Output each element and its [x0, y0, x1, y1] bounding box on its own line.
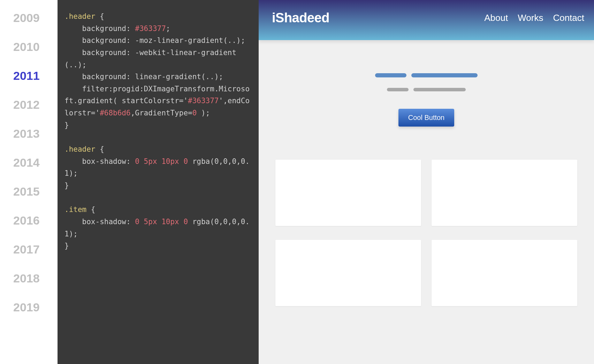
code-value: 0 5px 10px 0 — [135, 157, 188, 166]
year-2019[interactable]: 2019 — [0, 293, 58, 322]
code-value: linear-gradient(..) — [135, 73, 219, 81]
code-value: 0 5px 10px 0 — [135, 218, 188, 226]
code-selector: .item — [64, 205, 86, 214]
year-2012[interactable]: 2012 — [0, 90, 58, 119]
code-prop: box-shadow — [82, 157, 126, 166]
year-sidebar: 2009 2010 2011 2012 2013 2014 2015 2016 … — [0, 0, 58, 364]
nav-about[interactable]: About — [484, 13, 508, 23]
year-2010[interactable]: 2010 — [0, 32, 58, 61]
code-prop: box-shadow — [82, 218, 126, 226]
skeleton-bar — [375, 73, 406, 77]
code-value: -moz-linear-gradient(..) — [135, 36, 241, 45]
item-grid — [259, 147, 594, 306]
nav-works[interactable]: Works — [518, 13, 543, 23]
hero: Cool Button — [259, 40, 594, 147]
year-2014[interactable]: 2014 — [0, 148, 58, 177]
skeleton-bar — [411, 73, 478, 77]
hero-heading-skeleton — [259, 73, 594, 77]
year-2011[interactable]: 2011 — [0, 61, 58, 90]
year-2018[interactable]: 2018 — [0, 264, 58, 293]
code-panel: .header { background: #363377; backgroun… — [58, 0, 259, 364]
nav-contact[interactable]: Contact — [553, 13, 584, 23]
year-2017[interactable]: 2017 — [0, 235, 58, 264]
hero-subheading-skeleton — [259, 88, 594, 91]
code-prop: background — [82, 36, 126, 45]
code-value: #363377 — [135, 24, 166, 33]
grid-item[interactable] — [432, 160, 577, 226]
logo[interactable]: iShadeed — [272, 10, 329, 25]
grid-item[interactable] — [432, 240, 577, 306]
code-prop: background — [82, 24, 126, 33]
year-2015[interactable]: 2015 — [0, 177, 58, 206]
code-prop: background — [82, 73, 126, 81]
cool-button[interactable]: Cool Button — [398, 109, 455, 127]
year-2013[interactable]: 2013 — [0, 119, 58, 148]
code-selector: .header — [64, 12, 96, 21]
skeleton-bar — [387, 88, 409, 91]
nav: About Works Contact — [484, 13, 584, 23]
preview-panel: iShadeed About Works Contact Cool Button — [259, 0, 594, 364]
grid-item[interactable] — [275, 160, 421, 226]
year-2009[interactable]: 2009 — [0, 3, 58, 32]
code-selector: .header — [64, 145, 96, 153]
code-prop: background — [82, 48, 126, 57]
grid-item[interactable] — [275, 240, 421, 306]
year-2016[interactable]: 2016 — [0, 206, 58, 235]
skeleton-bar — [413, 88, 466, 91]
preview-header: iShadeed About Works Contact — [259, 0, 594, 40]
code-filter: filter:progid — [82, 85, 139, 93]
